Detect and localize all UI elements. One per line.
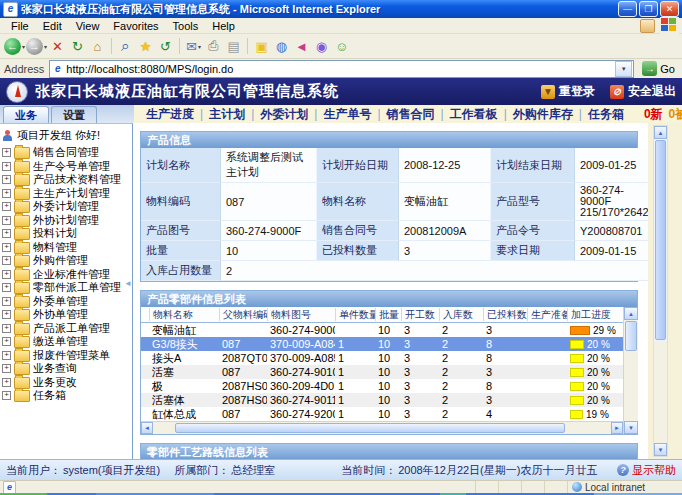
tree-item[interactable]: + 业务更改 — [2, 376, 132, 390]
discuss-button[interactable]: ▣ — [252, 36, 271, 56]
scroll-thumb[interactable] — [625, 321, 637, 351]
maximize-button[interactable]: ❐ — [639, 1, 658, 17]
nav-link[interactable]: 销售合同 — [387, 106, 435, 123]
parts-row[interactable]: 极 2087HS002 360-209-4D010 1 10 3 2 8 20 … — [141, 379, 623, 393]
expand-icon[interactable]: + — [2, 270, 11, 279]
expand-icon[interactable]: + — [2, 310, 11, 319]
tree-item[interactable]: + 外协计划管理 — [2, 214, 132, 228]
expand-icon[interactable]: + — [2, 162, 11, 171]
parts-row[interactable]: G3/8接头 087 370-009-A0840 1 10 3 2 8 20 % — [141, 337, 623, 351]
column-header[interactable]: 单件数量 — [335, 308, 375, 321]
scroll-down-button[interactable]: ▼ — [624, 421, 638, 434]
messenger-globe-button[interactable]: ◍ — [272, 36, 291, 56]
expand-icon[interactable]: + — [2, 202, 11, 211]
expand-icon[interactable]: + — [2, 391, 11, 400]
column-header[interactable]: 批量 — [375, 308, 401, 321]
tree-item[interactable]: + 产品技术资料管理 — [2, 173, 132, 187]
forward-button[interactable]: →▾ — [26, 36, 47, 56]
expand-icon[interactable]: + — [2, 216, 11, 225]
column-header[interactable]: 入库数 — [439, 308, 483, 321]
parts-horizontal-scrollbar[interactable]: ◄ ► — [141, 421, 623, 434]
parts-row[interactable]: 缸体总成 087 360-274-9200F 1 10 3 2 4 19 % — [141, 407, 623, 421]
parts-row[interactable]: 活塞体 2087HS002 360-274-9011W 1 10 3 2 3 2… — [141, 393, 623, 407]
go-button[interactable]: → Go — [639, 61, 678, 76]
media-button[interactable]: ◄ — [292, 36, 311, 56]
close-button[interactable]: ✕ — [660, 1, 679, 17]
scroll-down-button[interactable]: ▼ — [654, 443, 667, 456]
parts-row[interactable]: 变幅油缸 360-274-9000F 10 3 2 3 29 % — [141, 323, 623, 337]
expand-icon[interactable]: + — [2, 189, 11, 198]
expand-icon[interactable]: + — [2, 337, 11, 346]
expand-icon[interactable]: + — [2, 256, 11, 265]
tree-item[interactable]: + 报废件管理菜单 — [2, 349, 132, 363]
expand-icon[interactable]: + — [2, 378, 11, 387]
tree-item[interactable]: + 生产令号单管理 — [2, 160, 132, 174]
column-header[interactable]: 物料名称 — [149, 308, 219, 321]
logout-button[interactable]: ⊘ 安全退出 — [610, 83, 676, 100]
scroll-thumb[interactable] — [175, 423, 565, 433]
research-button[interactable]: ◉ — [312, 36, 331, 56]
expand-icon[interactable]: + — [2, 148, 11, 157]
tree-item[interactable]: + 外委计划管理 — [2, 200, 132, 214]
sidebar-tab[interactable]: 设置 — [51, 106, 97, 123]
column-header[interactable]: 父物料编码 — [219, 308, 267, 321]
nav-link[interactable]: 主计划 — [209, 106, 245, 123]
tree-item[interactable]: + 产品派工单管理 — [2, 322, 132, 336]
column-header[interactable]: 生产准备 — [527, 308, 567, 321]
scroll-up-button[interactable]: ▲ — [654, 126, 667, 139]
nav-link[interactable]: 生产进度 — [146, 106, 194, 123]
column-header[interactable]: 物料图号 — [267, 308, 335, 321]
address-dropdown-icon[interactable]: ▼ — [615, 61, 632, 77]
parts-row[interactable]: 接头A 2087QT002 370-009-A0850 1 10 3 2 8 2… — [141, 351, 623, 365]
nav-link[interactable]: 外购件库存 — [513, 106, 573, 123]
back-dropdown-icon[interactable]: ▾ — [22, 43, 25, 50]
sidebar-collapse-handle[interactable]: ◄ — [124, 279, 132, 288]
print-button[interactable]: ⎙ — [204, 36, 223, 56]
tree-item[interactable]: + 物料管理 — [2, 241, 132, 255]
scroll-right-button[interactable]: ► — [611, 422, 623, 434]
expand-icon[interactable]: + — [2, 175, 11, 184]
sidebar-tab[interactable]: 业务 — [3, 106, 49, 123]
tree-item[interactable]: + 外委单管理 — [2, 295, 132, 309]
rejected-tasks-badge[interactable]: 0被拒绝 — [669, 106, 682, 123]
menu-item[interactable]: File — [4, 20, 36, 32]
column-header[interactable]: 已投料数 — [483, 308, 527, 321]
tree-item[interactable]: + 企业标准件管理 — [2, 268, 132, 282]
tree-item[interactable]: + 投料计划 — [2, 227, 132, 241]
expand-icon[interactable]: + — [2, 243, 11, 252]
address-input[interactable] — [66, 62, 612, 75]
relogin-button[interactable]: ▼ 重登录 — [541, 83, 595, 100]
expand-icon[interactable]: + — [2, 324, 11, 333]
stop-button[interactable]: ✕ — [48, 36, 67, 56]
expand-icon[interactable]: + — [2, 351, 11, 360]
show-help-button[interactable]: ? 显示帮助 — [617, 463, 676, 478]
parts-row[interactable]: 活塞 087 360-274-9010F 1 10 3 2 3 20 % — [141, 365, 623, 379]
column-header[interactable]: 加工进度 — [567, 308, 623, 321]
minimize-button[interactable]: — — [618, 1, 637, 17]
scroll-up-button[interactable]: ▲ — [624, 307, 638, 320]
refresh-button[interactable]: ↻ — [68, 36, 87, 56]
tree-item[interactable]: + 业务查询 — [2, 362, 132, 376]
address-field[interactable]: e ▼ — [49, 60, 634, 78]
new-tasks-badge[interactable]: 0新 — [644, 106, 663, 123]
expand-icon[interactable]: + — [2, 229, 11, 238]
menu-item[interactable]: Tools — [166, 20, 206, 32]
mail-button[interactable]: ✉▾ — [184, 36, 203, 56]
menu-item[interactable]: Help — [205, 20, 242, 32]
tree-item[interactable]: + 任务箱 — [2, 389, 132, 403]
main-vertical-scrollbar[interactable]: ▲ ▼ — [653, 125, 668, 457]
column-header[interactable]: 开工数 — [401, 308, 439, 321]
scroll-thumb[interactable] — [655, 140, 666, 340]
forward-dropdown-icon[interactable]: ▾ — [44, 43, 47, 50]
mail-dropdown-icon[interactable]: ▾ — [198, 43, 201, 50]
history-button[interactable]: ↺ — [156, 36, 175, 56]
menu-item[interactable]: View — [69, 20, 107, 32]
scroll-left-button[interactable]: ◄ — [141, 422, 153, 434]
expand-icon[interactable]: + — [2, 364, 11, 373]
home-button[interactable]: ⌂ — [88, 36, 107, 56]
nav-link[interactable]: 生产单号 — [323, 106, 371, 123]
tree-item[interactable]: + 外购件管理 — [2, 254, 132, 268]
tree-item[interactable]: + 零部件派工单管理 — [2, 281, 132, 295]
menu-item[interactable]: Edit — [36, 20, 69, 32]
parts-vertical-scrollbar[interactable]: ▲ ▼ — [623, 307, 638, 434]
